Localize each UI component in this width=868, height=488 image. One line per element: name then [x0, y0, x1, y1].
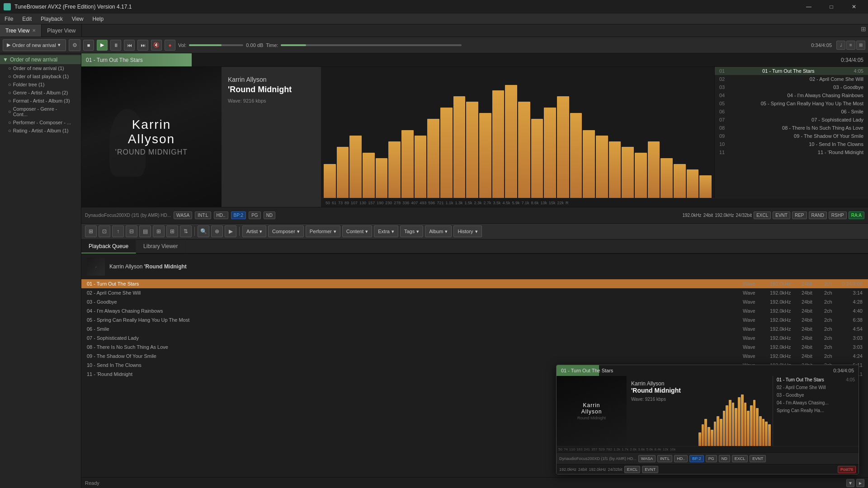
- queue-track-row[interactable]: 09 - The Shadow Of Your Smile Wave 192.0…: [81, 352, 868, 361]
- toolbar-btn-1[interactable]: ⊞: [85, 225, 97, 237]
- dropdown-composer[interactable]: Composer ▾: [268, 225, 304, 237]
- queue-track-bits: 24bit: [802, 353, 824, 359]
- maximize-button[interactable]: □: [821, 0, 842, 14]
- play-button[interactable]: ▶: [97, 40, 108, 51]
- mini-chip-bp2: BP:2: [689, 455, 704, 462]
- dropdown-album[interactable]: Album ▾: [425, 225, 452, 237]
- mini-track-1[interactable]: 01 - Turn Out The Stars 4:05: [773, 376, 859, 384]
- queue-track-bits: 24bit: [802, 344, 824, 350]
- mini-track-2[interactable]: 02 - April Come She Will: [773, 384, 859, 391]
- track-list-row[interactable]: 0909 - The Shadow Of Your Smile: [715, 132, 868, 140]
- toolbar-btn-zoom[interactable]: ⊕: [211, 225, 223, 237]
- toolbar-btn-4[interactable]: ⊟: [126, 225, 137, 237]
- tab-library-viewer[interactable]: Library Viewer: [136, 239, 185, 253]
- sidebar-item-folder-tree[interactable]: ○ Folder tree (1): [0, 80, 81, 89]
- next-button[interactable]: ⏭: [137, 40, 148, 51]
- tab-tree-view-close[interactable]: ✕: [32, 28, 36, 33]
- track-list-row[interactable]: 0606 - Smile: [715, 108, 868, 116]
- toolbar-btn-3[interactable]: ↑: [112, 225, 124, 237]
- toolbar-btn-7[interactable]: ⊞: [166, 225, 178, 237]
- sidebar-item-format-artist[interactable]: ○ Format - Artist - Album (3): [0, 97, 81, 105]
- volume-slider[interactable]: [189, 44, 243, 46]
- close-button[interactable]: ✕: [844, 0, 864, 14]
- mini-track-time: 0:34/4:05: [833, 368, 854, 373]
- track-list-row[interactable]: 0101 - Turn Out The Stars4:05: [715, 67, 868, 75]
- chip-rshp: RSHP: [829, 211, 847, 219]
- freq-407: 407: [411, 201, 418, 205]
- track-list-row[interactable]: 0202 - April Come She Will: [715, 75, 868, 83]
- queue-track-row[interactable]: 02 - April Come She Will Wave 192.0kHz 2…: [81, 288, 868, 297]
- mini-track-3[interactable]: 03 - Goodbye: [773, 391, 859, 399]
- sidebar-item-genre-artist[interactable]: ○ Genre - Artist - Album (2): [0, 89, 81, 97]
- toolbar-btn-sort[interactable]: ⇅: [180, 225, 192, 237]
- toolbar-btn-2[interactable]: ⊡: [99, 225, 110, 237]
- dropdown-artist[interactable]: Artist ▾: [242, 225, 266, 237]
- grid-btn[interactable]: ⊞: [856, 41, 865, 50]
- track-list-row[interactable]: 0707 - Sophisticated Lady: [715, 116, 868, 124]
- order-dropdown[interactable]: ▶ Order of new arrival ▾: [3, 39, 66, 51]
- track-list-row[interactable]: 0505 - Spring Can Really Hang You Up The…: [715, 99, 868, 108]
- dropdown-content[interactable]: Content ▾: [342, 225, 373, 237]
- dropdown-extra[interactable]: Extra ▾: [374, 225, 398, 237]
- statusbar-btn-down[interactable]: ▾: [846, 479, 854, 487]
- sidebar-item-last-playback[interactable]: ○ Order of last playback (1): [0, 72, 81, 80]
- sidebar-item-composer-genre[interactable]: ○ Composer - Genre - Cont...: [0, 105, 81, 118]
- eq-btn[interactable]: ♩: [836, 41, 845, 50]
- list-btn[interactable]: ≡: [846, 41, 855, 50]
- record-button[interactable]: ●: [165, 40, 175, 51]
- minimize-button[interactable]: —: [798, 0, 819, 14]
- freq-230: 230: [385, 201, 392, 205]
- time-slider[interactable]: [281, 44, 462, 46]
- sidebar-item-new-arrival-1[interactable]: ○ Order of new arrival (1): [0, 64, 81, 72]
- track-list-row[interactable]: 0303 - Goodbye: [715, 83, 868, 91]
- sidebar-item-rating[interactable]: ○ Rating - Artist - Album (1): [0, 127, 81, 135]
- pause-button[interactable]: ⏸: [110, 40, 121, 51]
- vis-bar-1: [337, 147, 349, 198]
- stop-button[interactable]: ■: [83, 40, 94, 51]
- dropdown-history[interactable]: History ▾: [453, 225, 481, 237]
- track-list-row[interactable]: 1010 - Send In The Clowns: [715, 140, 868, 148]
- toolbar-btn-5[interactable]: ▤: [139, 225, 151, 237]
- transport-settings-btn[interactable]: ⚙: [69, 39, 80, 51]
- queue-track-row[interactable]: 06 - Smile Wave 192.0kHz 24bit 2ch 4:54: [81, 324, 868, 333]
- vis-and-tracks: 0101 - Turn Out The Stars4:050202 - Apri…: [321, 67, 868, 198]
- menu-playback[interactable]: Playback: [36, 14, 67, 24]
- mini-track-4[interactable]: 04 - I'm Always Chasing...: [773, 399, 859, 407]
- menubar: File Edit Playback View Help: [0, 14, 868, 24]
- statusbar-btn-right[interactable]: ▸: [856, 479, 864, 487]
- time-label: Time:: [266, 42, 278, 48]
- mini-player-progress-bar[interactable]: 01 - Turn Out The Stars 0:34/4:05: [557, 365, 859, 376]
- dropdown-performer[interactable]: Performer ▾: [306, 225, 340, 237]
- track-list-row[interactable]: 0808 - There Is No Such Thing As Love: [715, 124, 868, 132]
- menu-view[interactable]: View: [67, 14, 88, 24]
- mute-button[interactable]: 🔇: [151, 40, 162, 51]
- track-title-text: 06 - Smile: [841, 109, 863, 114]
- mf-50: 50: [558, 447, 562, 451]
- tab-player-view[interactable]: Player View: [42, 24, 81, 37]
- queue-track-row[interactable]: 08 - There Is No Such Thing As Love Wave…: [81, 343, 868, 352]
- mini-track-5[interactable]: Spring Can Really Ha...: [773, 407, 859, 414]
- track-list-row[interactable]: 1111 - 'Round Midnight: [715, 148, 868, 156]
- tab-tree-view[interactable]: Tree View ✕: [0, 24, 42, 37]
- queue-track-row[interactable]: 05 - Spring Can Really Hang You Up The M…: [81, 315, 868, 324]
- sidebar-item-performer[interactable]: ○ Performer - Composer - ...: [0, 118, 81, 127]
- toolbar-btn-search[interactable]: 🔍: [198, 225, 209, 237]
- menu-file[interactable]: File: [0, 14, 18, 24]
- track-list-row[interactable]: 0404 - I'm Always Chasing Rainbows: [715, 91, 868, 99]
- menu-help[interactable]: Help: [88, 14, 108, 24]
- queue-track-row[interactable]: 07 - Sophisticated Lady Wave 192.0kHz 24…: [81, 333, 868, 343]
- mf-241: 241: [584, 447, 590, 451]
- mini-vis-bar-4: [711, 430, 713, 446]
- expand-button[interactable]: ⊞: [859, 24, 868, 33]
- queue-track-row[interactable]: 01 - Turn Out The Stars Wave 192.0kHz 24…: [81, 279, 868, 288]
- sidebar-header-order[interactable]: ▼ Order of new arrival: [0, 55, 81, 64]
- menu-edit[interactable]: Edit: [18, 14, 36, 24]
- tab-playback-queue[interactable]: Playback Queue: [81, 239, 136, 253]
- track-progress[interactable]: 01 - Turn Out The Stars 0:34/4:05: [81, 53, 868, 66]
- queue-track-row[interactable]: 03 - Goodbye Wave 192.0kHz 24bit 2ch 4:2…: [81, 297, 868, 306]
- queue-track-row[interactable]: 04 - I'm Always Chasing Rainbows Wave 19…: [81, 306, 868, 315]
- toolbar-btn-6[interactable]: ⊞: [153, 225, 165, 237]
- toolbar-btn-action[interactable]: ▶: [225, 225, 236, 237]
- dropdown-tags[interactable]: Tags ▾: [400, 225, 423, 237]
- prev-button[interactable]: ⏮: [124, 40, 135, 51]
